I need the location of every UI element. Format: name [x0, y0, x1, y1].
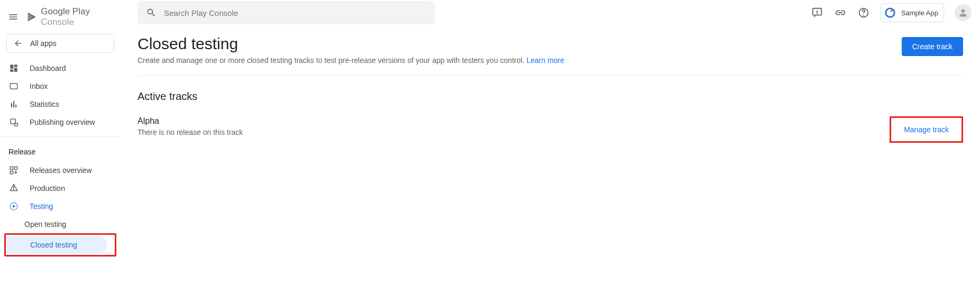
sidebar-sub-label: Open testing [24, 220, 66, 228]
link-icon[interactable] [834, 6, 847, 19]
menu-icon[interactable] [7, 11, 20, 23]
sidebar-item-releases-overview[interactable]: Releases overview [0, 161, 113, 179]
sidebar-item-label: Releases overview [30, 166, 92, 175]
svg-rect-6 [15, 167, 17, 169]
svg-rect-3 [11, 119, 15, 124]
announcement-icon[interactable] [811, 6, 823, 19]
app-selector-chip[interactable]: Sample App [881, 3, 944, 22]
track-status: There is no release on this track [138, 128, 243, 136]
search-icon [146, 7, 157, 18]
svg-rect-5 [10, 167, 13, 169]
svg-rect-7 [10, 171, 13, 174]
highlight-manage-track: Manage track [890, 116, 963, 143]
section-title-active-tracks: Active tracks [138, 90, 963, 103]
brand-logo[interactable]: Google Play Console [26, 6, 121, 28]
app-chip-label: Sample App [901, 9, 938, 17]
page-title: Closed testing [138, 35, 564, 53]
track-name: Alpha [138, 116, 243, 126]
track-row: Alpha There is no release on this track … [138, 116, 963, 143]
sidebar-section-release: Release [0, 142, 121, 161]
brand-product: Google Play [41, 6, 90, 16]
sidebar-item-production[interactable]: Production [0, 179, 113, 197]
sidebar-item-inbox[interactable]: Inbox [0, 77, 113, 95]
statistics-icon [8, 99, 19, 109]
sidebar-item-testing[interactable]: Testing [0, 197, 113, 215]
app-chip-icon [883, 6, 897, 20]
highlight-closed-testing: Closed testing [4, 233, 116, 257]
production-icon [8, 183, 19, 194]
releases-overview-icon [8, 165, 19, 176]
publishing-icon [8, 117, 19, 127]
sidebar-item-label: Testing [30, 202, 53, 211]
topbar: Sample App [121, 0, 980, 25]
testing-icon [8, 201, 19, 212]
dashboard-icon [8, 63, 19, 74]
svg-point-13 [961, 9, 965, 13]
sidebar-sub-label: Closed testing [30, 241, 77, 249]
avatar[interactable] [955, 4, 972, 21]
help-icon[interactable] [857, 6, 870, 19]
sidebar-sub-closed-testing[interactable]: Closed testing [6, 236, 107, 254]
sidebar-item-publishing-overview[interactable]: Publishing overview [0, 113, 113, 131]
sidebar: Google Play Console All apps Dashboard I… [0, 0, 121, 302]
learn-more-link[interactable]: Learn more [526, 56, 564, 65]
sidebar-item-label: Statistics [30, 100, 59, 108]
sidebar-item-dashboard[interactable]: Dashboard [0, 59, 113, 77]
search-input[interactable] [164, 8, 426, 17]
create-track-button[interactable]: Create track [902, 37, 963, 56]
svg-marker-1 [28, 13, 32, 22]
sidebar-item-label: Publishing overview [30, 118, 95, 126]
search-box[interactable] [138, 1, 435, 24]
all-apps-label: All apps [30, 39, 57, 48]
sidebar-item-label: Dashboard [30, 64, 66, 72]
brand-suffix: Console [41, 17, 74, 27]
manage-track-button[interactable]: Manage track [895, 120, 957, 139]
all-apps-button[interactable]: All apps [6, 34, 114, 53]
sidebar-item-label: Production [30, 184, 65, 193]
svg-rect-2 [10, 84, 17, 89]
svg-marker-9 [13, 205, 16, 208]
sidebar-item-label: Inbox [30, 82, 48, 90]
sidebar-sub-open-testing[interactable]: Open testing [0, 215, 113, 233]
sidebar-item-statistics[interactable]: Statistics [0, 95, 113, 113]
svg-point-4 [15, 123, 18, 126]
inbox-icon [8, 81, 19, 91]
page-subtitle: Create and manage one or more closed tes… [138, 56, 564, 65]
